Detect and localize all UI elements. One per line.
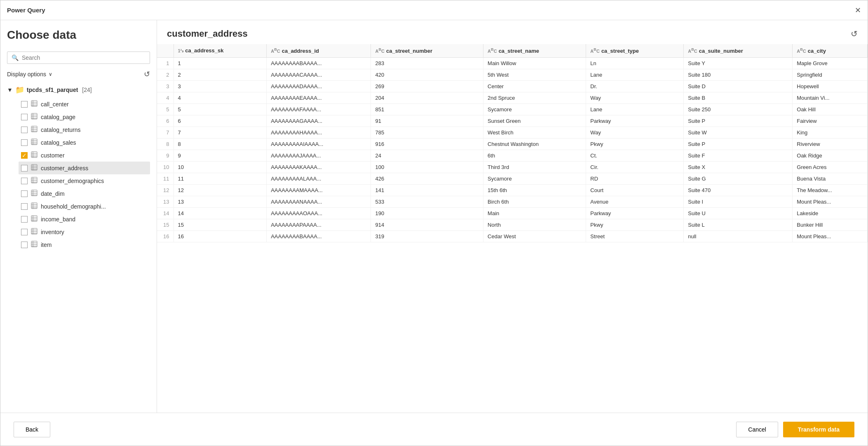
column-type-icon: ABC: [797, 49, 806, 54]
table-cell: Suite 470: [684, 184, 793, 196]
table-checkbox[interactable]: [21, 203, 28, 210]
column-name: ca_street_name: [499, 48, 539, 54]
table-cell: Suite Y: [684, 57, 793, 69]
table-cell: AAAAAAAAAIAAAA...: [267, 138, 371, 150]
table-cell: Pkwy: [586, 219, 684, 230]
table-cell: AAAAAAAACAAAA...: [267, 69, 371, 80]
column-type-icon: ABC: [590, 49, 600, 54]
search-box: 🔍: [7, 52, 150, 64]
table-cell: Third 3rd: [483, 161, 586, 173]
table-cell: Lane: [586, 103, 684, 115]
table-cell: AAAAAAAADAAAA...: [267, 80, 371, 92]
table-cell: 12: [174, 184, 267, 196]
preview-refresh-icon[interactable]: ↺: [851, 29, 858, 39]
table-item[interactable]: household_demographi...: [19, 200, 150, 213]
table-item[interactable]: inventory: [19, 225, 150, 238]
table-cell: 916: [371, 138, 483, 150]
table-row: 77AAAAAAAAHAAAA...785West BirchWaySuite …: [157, 127, 868, 138]
table-checkbox[interactable]: [21, 216, 28, 223]
column-header[interactable]: ABCca_address_id: [267, 44, 371, 57]
table-checkbox[interactable]: [21, 165, 28, 171]
left-panel: Choose data 🔍 Display options ∨ ↺ ▼ 📁 tp…: [0, 20, 157, 413]
table-row: 1010AAAAAAAAKAAAA...100Third 3rdCir.Suit…: [157, 161, 868, 173]
table-cell: Ln: [586, 57, 684, 69]
table-row: 55AAAAAAAAFAAAA...851SycamoreLaneSuite 2…: [157, 103, 868, 115]
row-number: 1: [157, 57, 174, 69]
cancel-button[interactable]: Cancel: [736, 422, 778, 437]
table-cell: 11: [174, 173, 267, 184]
table-checkbox[interactable]: [21, 114, 28, 120]
table-name: customer: [41, 152, 65, 159]
table-row: 1515AAAAAAAAPAAAA...914NorthPkwySuite LB…: [157, 219, 868, 230]
table-checkbox[interactable]: ✓: [21, 152, 28, 159]
table-item[interactable]: date_dim: [19, 187, 150, 200]
row-number-header: [157, 44, 174, 57]
table-item[interactable]: catalog_sales: [19, 136, 150, 149]
table-cell: AAAAAAAAKAAAA...: [267, 161, 371, 173]
column-name: ca_city: [808, 48, 826, 54]
table-cell: Pkwy: [586, 138, 684, 150]
column-header[interactable]: ABCca_street_type: [586, 44, 684, 57]
table-name: customer_address: [41, 165, 88, 171]
data-table-wrapper[interactable]: 1²₃ca_address_skABCca_address_idABCca_st…: [157, 44, 868, 413]
table-name: date_dim: [41, 190, 65, 197]
table-cell: AAAAAAAABAAAA...: [267, 57, 371, 69]
table-cell: AAAAAAAAAOAAA...: [267, 207, 371, 219]
search-input[interactable]: [22, 54, 145, 61]
table-cell: 100: [371, 161, 483, 173]
display-options-toggle[interactable]: Display options ∨: [7, 71, 52, 77]
transform-button[interactable]: Transform data: [783, 422, 854, 437]
table-item[interactable]: catalog_page: [19, 110, 150, 123]
table-checkbox[interactable]: [21, 190, 28, 197]
table-cell: 319: [371, 230, 483, 242]
table-cell: Suite W: [684, 127, 793, 138]
table-checkbox[interactable]: [21, 178, 28, 184]
table-item[interactable]: catalog_returns: [19, 123, 150, 136]
column-header[interactable]: 1²₃ca_address_sk: [174, 44, 267, 57]
column-name: ca_street_type: [601, 48, 639, 54]
expand-icon: ▼: [7, 87, 13, 93]
table-cell: Parkway: [586, 115, 684, 127]
table-cell: Mount Pleas...: [793, 196, 868, 207]
table-item[interactable]: customer_demographics: [19, 174, 150, 187]
table-item[interactable]: customer_address: [19, 162, 150, 174]
table-cell: Suite G: [684, 173, 793, 184]
row-number: 14: [157, 207, 174, 219]
folder-row[interactable]: ▼ 📁 tpcds_sf1_parquet [24]: [7, 84, 150, 96]
table-icon: [31, 100, 38, 108]
table-cell: Way: [586, 127, 684, 138]
row-number: 6: [157, 115, 174, 127]
table-checkbox[interactable]: [21, 127, 28, 133]
column-header[interactable]: ABCca_city: [793, 44, 868, 57]
column-header[interactable]: ABCca_street_name: [483, 44, 586, 57]
table-item[interactable]: item: [19, 238, 150, 251]
close-button[interactable]: ✕: [855, 6, 861, 15]
table-row: 99AAAAAAAAJAAAA...246thCt.Suite FOak Rid…: [157, 150, 868, 161]
row-number: 10: [157, 161, 174, 173]
row-number: 16: [157, 230, 174, 242]
table-cell: 851: [371, 103, 483, 115]
column-header[interactable]: ABCca_suite_number: [684, 44, 793, 57]
right-panel: customer_address ↺ 1²₃ca_address_skABCca…: [157, 20, 868, 413]
table-cell: Street: [586, 230, 684, 242]
table-icon: [31, 126, 38, 134]
table-checkbox[interactable]: [21, 101, 28, 108]
left-refresh-icon[interactable]: ↺: [144, 70, 150, 79]
table-cell: Suite X: [684, 161, 793, 173]
table-item[interactable]: ✓ customer: [19, 149, 150, 162]
table-name: income_band: [41, 216, 75, 223]
table-cell: null: [684, 230, 793, 242]
table-cell: Bunker Hill: [793, 219, 868, 230]
table-row: 44AAAAAAAAEAAAA...2042nd SpruceWaySuite …: [157, 92, 868, 103]
folder-icon: 📁: [15, 85, 24, 94]
table-cell: Hopewell: [793, 80, 868, 92]
table-item[interactable]: call_center: [19, 98, 150, 110]
table-checkbox[interactable]: [21, 139, 28, 146]
table-cell: Lane: [586, 69, 684, 80]
column-type-icon: ABC: [488, 49, 497, 54]
column-header[interactable]: ABCca_street_number: [371, 44, 483, 57]
table-checkbox[interactable]: [21, 242, 28, 248]
table-checkbox[interactable]: [21, 229, 28, 235]
table-item[interactable]: income_band: [19, 213, 150, 225]
back-button[interactable]: Back: [14, 422, 50, 437]
